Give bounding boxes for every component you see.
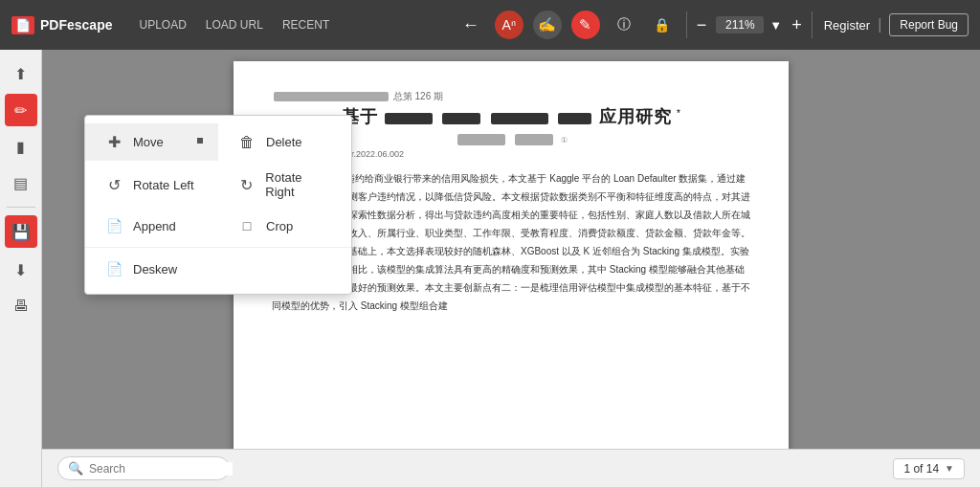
page-number-label: 1 of 14	[903, 462, 939, 476]
menu-item-append[interactable]: 📄 Append	[85, 209, 218, 243]
report-bug-button[interactable]: Report Bug	[889, 13, 969, 36]
search-input[interactable]	[89, 462, 233, 476]
nav-load-url[interactable]: LOAD URL	[198, 14, 271, 35]
sidebar-btn-pages[interactable]: ▤	[5, 166, 37, 199]
divider2	[812, 11, 813, 38]
logo[interactable]: 📄 PDFescape	[11, 16, 112, 34]
sidebar-btn-save[interactable]: 💾	[5, 215, 37, 248]
divider	[686, 11, 687, 38]
rotate-left-icon: ↺	[104, 176, 123, 194]
zoom-dropdown-icon[interactable]: ▼	[769, 18, 782, 33]
sidebar-btn-edit[interactable]: ✏	[5, 94, 37, 126]
menu-item-crop-label: Crop	[266, 219, 293, 233]
zoom-in-button[interactable]: +	[791, 15, 802, 35]
nav-upload[interactable]: UPLOAD	[131, 14, 193, 35]
menu-sep	[85, 247, 351, 248]
topbar-tools: ← Aⁿ ✍ ✎ ⓘ 🔒 − 211% ▼ +	[457, 11, 813, 39]
pdf-title-blur2	[442, 113, 480, 124]
deskew-icon: 📄	[104, 261, 123, 277]
topbar-auth: Register | Report Bug	[824, 13, 969, 36]
menu-item-move-label: Move	[133, 135, 164, 149]
menu-item-rotate-left-label: Rotate Left	[133, 178, 194, 192]
crop-icon: □	[237, 218, 256, 233]
menu-item-append-label: Append	[133, 219, 176, 233]
nav-recent[interactable]: RECENT	[275, 14, 337, 35]
logo-icon: 📄	[11, 16, 34, 34]
undo-button[interactable]: ←	[457, 11, 485, 39]
rotate-right-icon: ↻	[237, 176, 256, 194]
menu-item-rotate-right-label: Rotate Right	[265, 170, 332, 199]
sidebar-btn-download[interactable]: ⬇	[5, 254, 37, 286]
zoom-value: 211%	[716, 16, 764, 33]
menu-grid: ✚ Move 🗑 Delete ↺ Rotate Left ↻ Rotate R…	[85, 123, 351, 243]
menu-item-move[interactable]: ✚ Move	[85, 123, 218, 161]
pdf-title-ref: *	[677, 108, 680, 119]
menu-item-deskew[interactable]: 📄 Deskew	[85, 252, 219, 286]
sidebar-btn-print[interactable]: 🖶	[5, 290, 37, 322]
topbar-nav: UPLOAD LOAD URL RECENT	[131, 14, 337, 35]
append-icon: 📄	[104, 218, 123, 233]
ad-line1: Use PDFescape Ad Free!	[862, 107, 970, 118]
search-icon: 🔍	[68, 461, 83, 476]
delete-icon: 🗑	[237, 134, 256, 151]
sidebar-sep	[7, 207, 35, 208]
menu-item-delete-label: Delete	[266, 135, 302, 149]
pdf-journal-blurred: 总第 126 期	[272, 90, 443, 103]
page-info: 1 of 14 ▼	[893, 458, 965, 479]
menu-item-deskew-label: Deskew	[133, 262, 177, 277]
menu-item-delete[interactable]: 🗑 Delete	[218, 123, 351, 161]
pencil-button[interactable]: ✎	[571, 11, 600, 39]
zoom-out-button[interactable]: −	[697, 15, 707, 35]
page-nav: 1 of 14 ▼	[893, 458, 965, 479]
sidebar: ⬆ ✏ ▮ ▤ 💾 ⬇ 🖶	[0, 50, 42, 487]
menu-item-crop[interactable]: □ Crop	[218, 209, 351, 243]
content-area: ✚ Move 🗑 Delete ↺ Rotate Left ↻ Rotate R…	[42, 50, 980, 487]
freehand-button[interactable]: ✍	[533, 11, 562, 39]
pdf-header: 总第 126 期	[272, 90, 750, 103]
info-button[interactable]: ⓘ	[610, 11, 638, 39]
menu-item-rotate-right[interactable]: ↻ Rotate Right	[218, 161, 351, 209]
sidebar-btn-upload[interactable]: ⬆	[5, 57, 37, 90]
pdf-title-blur3	[491, 113, 548, 124]
pdf-journal-issue: 总第 126 期	[393, 91, 443, 101]
menu-item-rotate-left[interactable]: ↺ Rotate Left	[85, 161, 218, 209]
topbar: 📄 PDFescape UPLOAD LOAD URL RECENT ← Aⁿ …	[0, 0, 980, 50]
move-icon: ✚	[104, 133, 123, 151]
bottom-bar: 🔍 1 of 14 ▼	[42, 449, 980, 487]
ad-area: Use PDFescape Ad Free! Sponsored Links B…	[862, 107, 970, 128]
logo-text: PDFescape	[40, 17, 112, 33]
pdf-author-ref: ①	[561, 136, 568, 144]
sidebar-btn-forms[interactable]: ▮	[5, 130, 37, 163]
register-link[interactable]: Register	[824, 18, 870, 33]
main-layout: ⬆ ✏ ▮ ▤ 💾 ⬇ 🖶 ✚ Move 🗑 Delete	[0, 50, 980, 487]
zoom-control: 211% ▼	[716, 16, 782, 33]
context-menu: ✚ Move 🗑 Delete ↺ Rotate Left ↻ Rotate R…	[84, 115, 352, 295]
pdf-title-end: 应用研究	[599, 107, 672, 126]
lock-button[interactable]: 🔒	[648, 11, 677, 39]
search-box[interactable]: 🔍	[57, 456, 230, 480]
text-tool-button[interactable]: Aⁿ	[495, 11, 523, 39]
ad-line2: Sponsored Links Below	[862, 118, 970, 128]
pdf-title-blur4	[558, 113, 591, 124]
page-dropdown-arrow[interactable]: ▼	[945, 463, 954, 474]
pdf-title-blur1	[385, 113, 433, 124]
